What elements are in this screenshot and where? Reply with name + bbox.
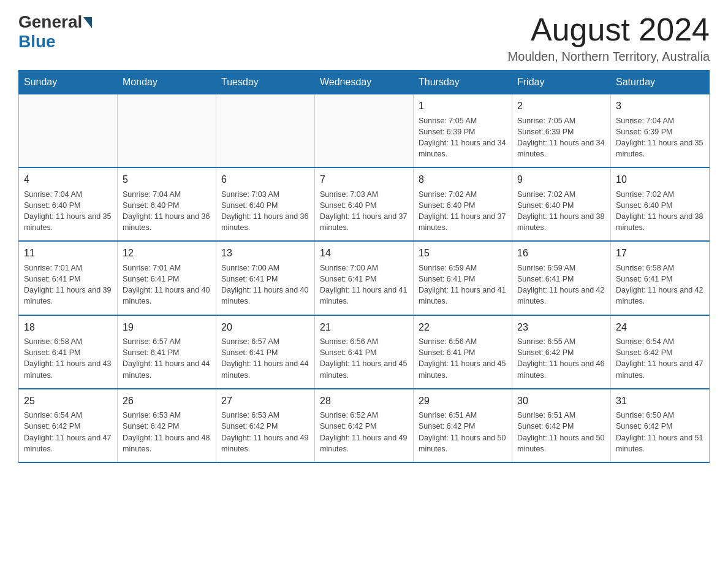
logo-general-text: General <box>18 12 82 32</box>
day-cell: 30Sunrise: 6:51 AMSunset: 6:42 PMDayligh… <box>512 389 611 462</box>
day-info: Sunrise: 6:54 AMSunset: 6:42 PMDaylight:… <box>24 411 111 453</box>
day-number: 22 <box>419 321 507 334</box>
day-number: 31 <box>616 394 704 408</box>
header-wednesday: Wednesday <box>315 71 414 94</box>
day-number: 26 <box>123 394 211 408</box>
location-subtitle: Moulden, Northern Territory, Australia <box>508 50 710 64</box>
day-number: 15 <box>419 247 507 260</box>
day-cell <box>118 94 216 168</box>
header-tuesday: Tuesday <box>216 71 315 94</box>
day-info: Sunrise: 6:55 AMSunset: 6:42 PMDaylight:… <box>517 337 604 380</box>
day-number: 10 <box>616 173 704 186</box>
day-cell: 22Sunrise: 6:56 AMSunset: 6:41 PMDayligh… <box>414 315 512 389</box>
header-monday: Monday <box>118 71 216 94</box>
week-row-1: 1Sunrise: 7:05 AMSunset: 6:39 PMDaylight… <box>19 94 710 168</box>
day-info: Sunrise: 7:00 AMSunset: 6:41 PMDaylight:… <box>320 264 407 306</box>
day-number: 18 <box>24 321 112 334</box>
day-cell: 8Sunrise: 7:02 AMSunset: 6:40 PMDaylight… <box>414 167 512 241</box>
day-number: 29 <box>419 394 507 408</box>
day-info: Sunrise: 6:53 AMSunset: 6:42 PMDaylight:… <box>221 411 308 453</box>
day-cell: 9Sunrise: 7:02 AMSunset: 6:40 PMDaylight… <box>512 167 611 241</box>
day-info: Sunrise: 7:01 AMSunset: 6:41 PMDaylight:… <box>123 264 210 306</box>
day-cell: 20Sunrise: 6:57 AMSunset: 6:41 PMDayligh… <box>216 315 315 389</box>
day-cell: 5Sunrise: 7:04 AMSunset: 6:40 PMDaylight… <box>118 167 216 241</box>
day-cell: 6Sunrise: 7:03 AMSunset: 6:40 PMDaylight… <box>216 167 315 241</box>
day-number: 16 <box>517 247 605 260</box>
header-saturday: Saturday <box>611 71 710 94</box>
day-info: Sunrise: 6:58 AMSunset: 6:41 PMDaylight:… <box>616 264 703 306</box>
day-info: Sunrise: 7:01 AMSunset: 6:41 PMDaylight:… <box>24 264 111 306</box>
day-info: Sunrise: 7:04 AMSunset: 6:40 PMDaylight:… <box>24 190 111 232</box>
day-info: Sunrise: 7:02 AMSunset: 6:40 PMDaylight:… <box>517 190 604 232</box>
day-info: Sunrise: 6:56 AMSunset: 6:41 PMDaylight:… <box>419 337 506 380</box>
day-cell: 19Sunrise: 6:57 AMSunset: 6:41 PMDayligh… <box>118 315 216 389</box>
day-number: 4 <box>24 173 112 186</box>
week-row-4: 18Sunrise: 6:58 AMSunset: 6:41 PMDayligh… <box>19 315 710 389</box>
day-info: Sunrise: 6:58 AMSunset: 6:41 PMDaylight:… <box>24 337 111 380</box>
header-friday: Friday <box>512 71 611 94</box>
day-cell: 13Sunrise: 7:00 AMSunset: 6:41 PMDayligh… <box>216 241 315 315</box>
day-info: Sunrise: 6:57 AMSunset: 6:41 PMDaylight:… <box>221 337 308 380</box>
day-cell: 12Sunrise: 7:01 AMSunset: 6:41 PMDayligh… <box>118 241 216 315</box>
day-cell: 7Sunrise: 7:03 AMSunset: 6:40 PMDaylight… <box>315 167 414 241</box>
day-cell: 15Sunrise: 6:59 AMSunset: 6:41 PMDayligh… <box>414 241 512 315</box>
day-cell: 27Sunrise: 6:53 AMSunset: 6:42 PMDayligh… <box>216 389 315 462</box>
day-number: 11 <box>24 247 112 260</box>
week-row-5: 25Sunrise: 6:54 AMSunset: 6:42 PMDayligh… <box>19 389 710 462</box>
day-info: Sunrise: 6:51 AMSunset: 6:42 PMDaylight:… <box>419 411 506 453</box>
day-number: 20 <box>221 321 309 334</box>
day-cell: 29Sunrise: 6:51 AMSunset: 6:42 PMDayligh… <box>414 389 512 462</box>
day-number: 23 <box>517 321 605 334</box>
day-info: Sunrise: 6:54 AMSunset: 6:42 PMDaylight:… <box>616 337 703 380</box>
day-info: Sunrise: 6:53 AMSunset: 6:42 PMDaylight:… <box>123 411 210 453</box>
day-cell: 10Sunrise: 7:02 AMSunset: 6:40 PMDayligh… <box>611 167 710 241</box>
day-cell: 26Sunrise: 6:53 AMSunset: 6:42 PMDayligh… <box>118 389 216 462</box>
day-info: Sunrise: 7:05 AMSunset: 6:39 PMDaylight:… <box>517 117 604 159</box>
day-number: 8 <box>419 173 507 186</box>
day-number: 28 <box>320 394 408 408</box>
day-cell: 14Sunrise: 7:00 AMSunset: 6:41 PMDayligh… <box>315 241 414 315</box>
day-info: Sunrise: 7:02 AMSunset: 6:40 PMDaylight:… <box>616 190 703 232</box>
day-cell <box>315 94 414 168</box>
day-cell: 16Sunrise: 6:59 AMSunset: 6:41 PMDayligh… <box>512 241 611 315</box>
calendar-table: SundayMondayTuesdayWednesdayThursdayFrid… <box>18 70 710 463</box>
day-cell: 17Sunrise: 6:58 AMSunset: 6:41 PMDayligh… <box>611 241 710 315</box>
logo-blue-text: Blue <box>18 32 56 52</box>
day-cell: 28Sunrise: 6:52 AMSunset: 6:42 PMDayligh… <box>315 389 414 462</box>
day-cell: 23Sunrise: 6:55 AMSunset: 6:42 PMDayligh… <box>512 315 611 389</box>
day-info: Sunrise: 7:00 AMSunset: 6:41 PMDaylight:… <box>221 264 308 306</box>
page-header: General Blue August 2024 Moulden, Northe… <box>18 12 710 64</box>
day-cell: 31Sunrise: 6:50 AMSunset: 6:42 PMDayligh… <box>611 389 710 462</box>
day-cell: 4Sunrise: 7:04 AMSunset: 6:40 PMDaylight… <box>19 167 118 241</box>
day-number: 17 <box>616 247 704 260</box>
day-cell: 18Sunrise: 6:58 AMSunset: 6:41 PMDayligh… <box>19 315 118 389</box>
day-number: 27 <box>221 394 309 408</box>
day-number: 2 <box>517 99 605 113</box>
day-info: Sunrise: 6:59 AMSunset: 6:41 PMDaylight:… <box>419 264 506 306</box>
day-cell <box>19 94 118 168</box>
day-info: Sunrise: 7:04 AMSunset: 6:40 PMDaylight:… <box>123 190 210 232</box>
day-cell: 11Sunrise: 7:01 AMSunset: 6:41 PMDayligh… <box>19 241 118 315</box>
day-number: 3 <box>616 99 704 113</box>
day-info: Sunrise: 6:56 AMSunset: 6:41 PMDaylight:… <box>320 337 407 380</box>
logo: General Blue <box>18 12 92 52</box>
title-block: August 2024 Moulden, Northern Territory,… <box>508 12 710 64</box>
day-number: 19 <box>123 321 211 334</box>
calendar-header-row: SundayMondayTuesdayWednesdayThursdayFrid… <box>19 71 710 94</box>
day-number: 6 <box>221 173 309 186</box>
day-number: 25 <box>24 394 112 408</box>
month-title: August 2024 <box>508 12 710 47</box>
day-info: Sunrise: 6:51 AMSunset: 6:42 PMDaylight:… <box>517 411 604 453</box>
day-info: Sunrise: 7:03 AMSunset: 6:40 PMDaylight:… <box>320 190 407 232</box>
day-info: Sunrise: 7:04 AMSunset: 6:39 PMDaylight:… <box>616 117 703 159</box>
day-info: Sunrise: 6:57 AMSunset: 6:41 PMDaylight:… <box>123 337 210 380</box>
day-cell: 1Sunrise: 7:05 AMSunset: 6:39 PMDaylight… <box>414 94 512 168</box>
day-number: 9 <box>517 173 605 186</box>
day-cell <box>216 94 315 168</box>
day-info: Sunrise: 6:59 AMSunset: 6:41 PMDaylight:… <box>517 264 604 306</box>
day-info: Sunrise: 6:50 AMSunset: 6:42 PMDaylight:… <box>616 411 703 453</box>
day-number: 24 <box>616 321 704 334</box>
day-info: Sunrise: 7:05 AMSunset: 6:39 PMDaylight:… <box>419 117 506 159</box>
day-number: 12 <box>123 247 211 260</box>
day-info: Sunrise: 7:03 AMSunset: 6:40 PMDaylight:… <box>221 190 308 232</box>
